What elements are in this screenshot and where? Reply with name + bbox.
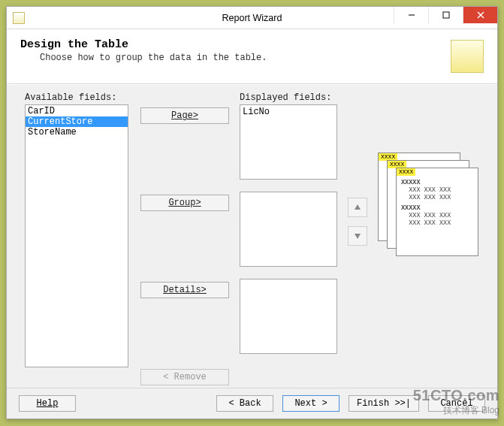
remove-button[interactable]: < Remove — [140, 369, 229, 385]
report-wizard-window: Report Wizard Design the Table Choose ho… — [6, 6, 498, 419]
close-button[interactable] — [463, 7, 497, 23]
details-fields-listbox[interactable] — [240, 279, 337, 354]
list-item[interactable]: CurrentStore — [26, 116, 128, 127]
minimize-button[interactable] — [394, 7, 428, 23]
wizard-content: Available fields: CarIDCurrentStoreStore… — [7, 84, 497, 413]
page-subtitle: Choose how to group the data in the tabl… — [20, 53, 267, 63]
app-icon — [13, 12, 25, 24]
available-fields-listbox[interactable]: CarIDCurrentStoreStoreName — [25, 104, 128, 367]
cancel-button[interactable]: Cancel — [428, 395, 485, 412]
wizard-page-icon — [451, 40, 484, 73]
group-button[interactable]: Group> — [140, 195, 229, 211]
group-fields-listbox[interactable] — [240, 192, 337, 267]
list-item[interactable]: CarID — [26, 106, 128, 116]
page-fields-listbox[interactable]: LicNo — [240, 104, 337, 180]
displayed-fields-label: Displayed fields: — [240, 92, 337, 103]
move-up-button[interactable] — [348, 198, 367, 217]
page-button[interactable]: Page> — [140, 107, 229, 124]
wizard-footer: Help < Back Next > Finish >>| Cancel — [7, 388, 497, 418]
next-button[interactable]: Next > — [282, 395, 340, 412]
list-item[interactable]: StoreName — [26, 127, 128, 137]
available-fields-label: Available fields: — [25, 92, 128, 103]
svg-rect-1 — [443, 12, 449, 18]
layout-preview: XXXX XXXX XXXX XXXXX XXX XXX XXX XXX XXX… — [378, 153, 483, 250]
back-button[interactable]: < Back — [216, 395, 273, 412]
svg-marker-4 — [355, 204, 361, 210]
titlebar: Report Wizard — [7, 7, 497, 29]
wizard-header: Design the Table Choose how to group the… — [7, 29, 497, 84]
finish-button[interactable]: Finish >>| — [349, 395, 419, 412]
list-item[interactable]: LicNo — [243, 107, 334, 117]
details-button[interactable]: Details> — [140, 282, 229, 298]
help-button[interactable]: Help — [19, 395, 76, 412]
move-down-button[interactable] — [348, 226, 367, 246]
svg-marker-5 — [355, 234, 361, 239]
page-title: Design the Table — [20, 38, 267, 51]
maximize-button[interactable] — [428, 7, 463, 23]
